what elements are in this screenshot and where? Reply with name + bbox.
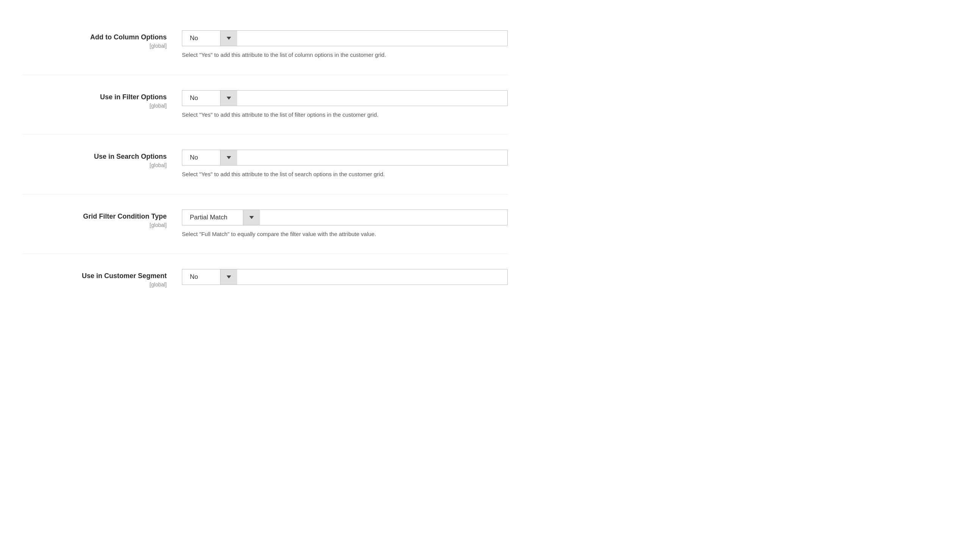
form-container: Add to Column Options[global]NoSelect "Y… (0, 0, 530, 318)
control-col-use-in-customer-segment: No (182, 269, 508, 285)
label-grid-filter-condition-type: Grid Filter Condition Type (23, 213, 167, 220)
scope-add-to-column-options: [global] (23, 43, 167, 49)
hint-use-in-search-options: Select "Yes" to add this attribute to th… (182, 170, 508, 179)
control-col-add-to-column-options: NoSelect "Yes" to add this attribute to … (182, 30, 508, 60)
select-arrow-grid-filter-condition-type[interactable] (243, 210, 260, 225)
scope-use-in-search-options: [global] (23, 162, 167, 168)
label-col-add-to-column-options: Add to Column Options[global] (23, 30, 182, 49)
chevron-down-icon (227, 275, 231, 278)
chevron-down-icon (227, 37, 231, 40)
form-row-use-in-customer-segment: Use in Customer Segment[global]No (23, 254, 508, 303)
select-arrow-add-to-column-options[interactable] (220, 31, 237, 46)
select-value-grid-filter-condition-type: Partial Match (182, 210, 243, 225)
select-use-in-filter-options[interactable]: No (182, 90, 508, 106)
label-col-grid-filter-condition-type: Grid Filter Condition Type[global] (23, 210, 182, 228)
select-value-use-in-search-options: No (182, 150, 220, 165)
select-value-use-in-customer-segment: No (182, 269, 220, 285)
label-add-to-column-options: Add to Column Options (23, 33, 167, 41)
select-use-in-search-options[interactable]: No (182, 150, 508, 165)
chevron-down-icon (227, 156, 231, 159)
hint-use-in-filter-options: Select "Yes" to add this attribute to th… (182, 111, 508, 119)
scope-use-in-filter-options: [global] (23, 103, 167, 109)
control-col-grid-filter-condition-type: Partial MatchSelect "Full Match" to equa… (182, 210, 508, 239)
select-arrow-use-in-customer-segment[interactable] (220, 269, 237, 285)
label-col-use-in-filter-options: Use in Filter Options[global] (23, 90, 182, 109)
select-grid-filter-condition-type[interactable]: Partial Match (182, 210, 508, 225)
select-add-to-column-options[interactable]: No (182, 30, 508, 46)
scope-use-in-customer-segment: [global] (23, 282, 167, 288)
label-col-use-in-customer-segment: Use in Customer Segment[global] (23, 269, 182, 288)
form-row-add-to-column-options: Add to Column Options[global]NoSelect "Y… (23, 15, 508, 75)
select-use-in-customer-segment[interactable]: No (182, 269, 508, 285)
label-use-in-filter-options: Use in Filter Options (23, 93, 167, 101)
form-row-use-in-filter-options: Use in Filter Options[global]NoSelect "Y… (23, 75, 508, 135)
chevron-down-icon (249, 216, 254, 219)
control-col-use-in-filter-options: NoSelect "Yes" to add this attribute to … (182, 90, 508, 119)
select-value-use-in-filter-options: No (182, 90, 220, 106)
label-use-in-customer-segment: Use in Customer Segment (23, 272, 167, 280)
hint-grid-filter-condition-type: Select "Full Match" to equally compare t… (182, 230, 508, 239)
select-value-add-to-column-options: No (182, 31, 220, 46)
label-col-use-in-search-options: Use in Search Options[global] (23, 150, 182, 168)
select-arrow-use-in-filter-options[interactable] (220, 90, 237, 106)
label-use-in-search-options: Use in Search Options (23, 153, 167, 161)
form-row-use-in-search-options: Use in Search Options[global]NoSelect "Y… (23, 135, 508, 194)
scope-grid-filter-condition-type: [global] (23, 222, 167, 228)
form-row-grid-filter-condition-type: Grid Filter Condition Type[global]Partia… (23, 194, 508, 254)
select-arrow-use-in-search-options[interactable] (220, 150, 237, 165)
hint-add-to-column-options: Select "Yes" to add this attribute to th… (182, 51, 508, 60)
chevron-down-icon (227, 97, 231, 100)
control-col-use-in-search-options: NoSelect "Yes" to add this attribute to … (182, 150, 508, 179)
